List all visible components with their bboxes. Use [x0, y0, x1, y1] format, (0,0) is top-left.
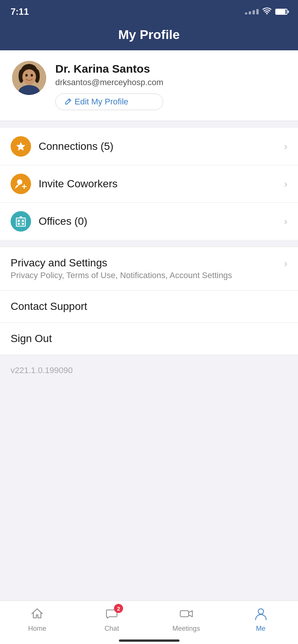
svg-point-4 — [22, 69, 36, 84]
video-icon — [179, 606, 194, 621]
status-bar: 7:11 — [0, 0, 298, 21]
person-plus-icon — [14, 177, 27, 190]
svg-rect-20 — [180, 611, 189, 617]
home-indicator — [0, 636, 298, 644]
svg-rect-14 — [16, 218, 25, 226]
home-icon — [30, 606, 45, 621]
profile-info: Dr. Karina Santos drksantos@merceyhosp.c… — [55, 61, 163, 110]
privacy-settings-item[interactable]: Privacy and Settings Privacy Policy, Ter… — [0, 247, 298, 290]
tab-me-label: Me — [256, 625, 265, 633]
svg-point-5 — [25, 74, 28, 77]
signal-icon — [245, 9, 259, 14]
svg-point-10 — [17, 179, 22, 185]
profile-name: Dr. Karina Santos — [55, 62, 163, 75]
version-text: v221.1.0.199090 — [11, 366, 73, 375]
wifi-icon — [262, 8, 271, 16]
sign-out-item[interactable]: Sign Out — [0, 323, 298, 355]
star-icon — [14, 140, 27, 153]
connections-chevron: › — [284, 141, 287, 152]
tab-home[interactable]: Home — [0, 606, 75, 633]
tab-bar: Home 2 Chat Meetings Me — [0, 600, 298, 636]
page-title: My Profile — [118, 27, 179, 42]
connections-label: Connections (5) — [39, 140, 276, 152]
meetings-tab-icon — [179, 606, 194, 623]
offices-item[interactable]: Offices (0) › — [0, 203, 298, 240]
chat-tab-icon: 2 — [104, 606, 119, 623]
svg-rect-16 — [22, 220, 24, 222]
svg-point-21 — [258, 609, 264, 614]
tab-meetings[interactable]: Meetings — [149, 606, 224, 633]
privacy-chevron: › — [284, 258, 287, 269]
building-icon — [14, 215, 27, 228]
version-section: v221.1.0.199090 — [0, 355, 298, 600]
status-time: 7:11 — [11, 6, 29, 17]
svg-marker-9 — [16, 142, 25, 151]
privacy-settings-subtitle: Privacy Policy, Terms of Use, Notificati… — [11, 271, 284, 280]
svg-rect-18 — [22, 223, 24, 225]
offices-label: Offices (0) — [39, 215, 276, 227]
tab-chat-label: Chat — [105, 625, 119, 633]
contact-support-item[interactable]: Contact Support — [0, 291, 298, 323]
connections-icon-circle — [11, 136, 31, 157]
page-header: My Profile — [0, 21, 298, 50]
tab-me[interactable]: Me — [223, 606, 298, 633]
avatar — [12, 61, 46, 95]
svg-point-6 — [31, 74, 33, 77]
connections-item[interactable]: Connections (5) › — [0, 128, 298, 165]
status-icons — [245, 8, 287, 16]
home-bar — [119, 639, 179, 642]
svg-rect-17 — [18, 223, 20, 225]
invite-icon-circle — [11, 174, 31, 194]
me-tab-icon — [253, 606, 268, 623]
chat-badge: 2 — [114, 604, 123, 613]
offices-chevron: › — [284, 216, 287, 227]
tab-meetings-label: Meetings — [172, 625, 200, 633]
tab-home-label: Home — [28, 625, 46, 633]
invite-coworkers-item[interactable]: Invite Coworkers › — [0, 165, 298, 203]
home-tab-icon — [30, 606, 45, 623]
edit-icon — [64, 98, 72, 106]
invite-chevron: › — [284, 178, 287, 190]
invite-label: Invite Coworkers — [39, 178, 276, 190]
profile-email: drksantos@merceyhosp.com — [55, 78, 163, 87]
privacy-settings-title: Privacy and Settings — [11, 257, 284, 269]
tab-chat[interactable]: 2 Chat — [75, 606, 149, 633]
profile-section: Dr. Karina Santos drksantos@merceyhosp.c… — [0, 50, 298, 121]
battery-icon — [275, 9, 287, 15]
person-icon — [253, 606, 268, 621]
edit-profile-button[interactable]: Edit My Profile — [55, 93, 163, 110]
privacy-settings-text: Privacy and Settings Privacy Policy, Ter… — [11, 257, 284, 280]
settings-section: Privacy and Settings Privacy Policy, Ter… — [0, 247, 298, 291]
menu-section: Connections (5) › Invite Coworkers › — [0, 128, 298, 240]
svg-rect-15 — [18, 220, 20, 222]
offices-icon-circle — [11, 211, 31, 232]
